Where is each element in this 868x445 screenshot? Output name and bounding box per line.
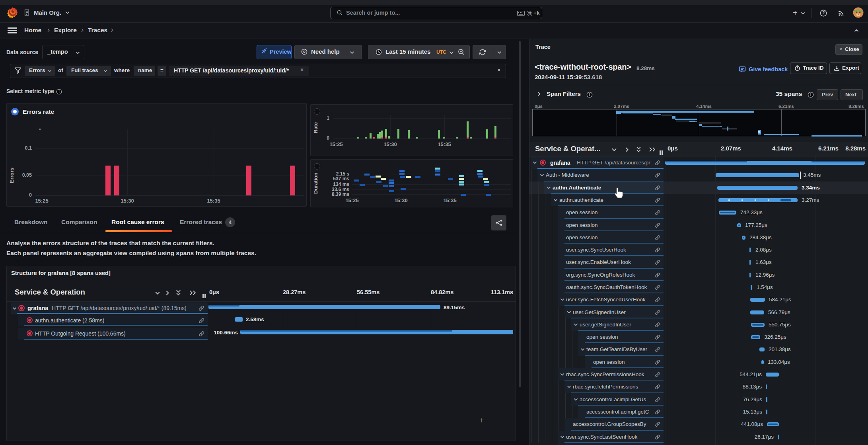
svg-text:?: ? bbox=[822, 11, 825, 15]
